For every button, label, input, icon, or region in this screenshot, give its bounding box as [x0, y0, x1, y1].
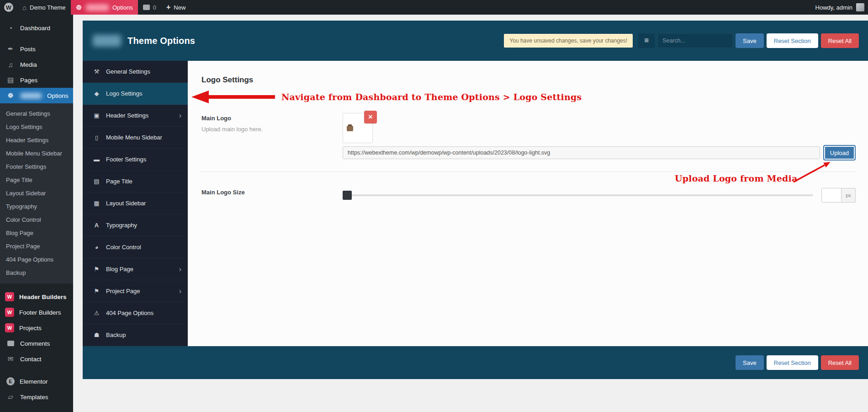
admin-bar-comments[interactable]: 0 [138, 0, 161, 15]
reset-section-button-footer[interactable]: Reset Section [767, 355, 818, 370]
panel-nav-layout-sidebar[interactable]: ▦ Layout Sidebar [83, 193, 188, 214]
remove-logo-button[interactable]: × [364, 111, 377, 123]
submenu-item-mobile-menu-sidebar[interactable]: Mobile Menu Sidebar [0, 147, 73, 160]
howdy-text: Howdy, admin [815, 4, 852, 11]
submenu-item-project-page[interactable]: Project Page [0, 240, 73, 253]
panel-nav-mobile-menu-sidebar[interactable]: ▯ Mobile Menu Sidebar [83, 127, 188, 149]
submenu-item-footer-settings[interactable]: Footer Settings [0, 160, 73, 173]
submenu-item-logo-settings[interactable]: Logo Settings [0, 120, 73, 134]
submenu-item-backup[interactable]: Backup [0, 266, 73, 279]
tools-icon: ⚒ [93, 68, 101, 75]
current-menu-pointer [69, 91, 73, 100]
panel-title: Theme Options [127, 36, 195, 46]
panel-nav-typography[interactable]: A Typography [83, 214, 188, 236]
sidebar-item-pages[interactable]: ▤ Pages [0, 72, 73, 88]
avatar [856, 3, 864, 11]
submenu-item-layout-sidebar[interactable]: Layout Sidebar [0, 187, 73, 200]
elementor-icon: E [6, 377, 15, 385]
redacted-theme-name [20, 93, 42, 99]
red-arrow-left-icon [191, 89, 276, 105]
sidebar-item-templates[interactable]: ▱ Templates [0, 389, 73, 405]
typography-icon: A [93, 222, 101, 229]
logo-size-input[interactable] [821, 188, 842, 203]
sidebar-item-elementor[interactable]: E Elementor [0, 374, 73, 389]
site-name-menu[interactable]: ⌂ Demo Theme [17, 0, 71, 15]
footer-bar-icon: ▬ [93, 156, 101, 163]
panel-nav-404-page-options[interactable]: ⚠ 404 Page Options [83, 302, 188, 324]
field-divider [199, 171, 857, 172]
home-icon: ⌂ [22, 4, 26, 11]
panel-nav-backup[interactable]: ☗ Backup [83, 324, 188, 346]
comment-bubble-icon [143, 5, 150, 10]
main-logo-label-group: Main Logo Upload main logo here. [201, 115, 332, 133]
admin-bar-new[interactable]: + New [161, 0, 191, 15]
chevron-right-icon: › [179, 287, 181, 295]
panel-nav-project-page[interactable]: ⚑ Project Page › [83, 280, 188, 302]
sidebar-item-options[interactable]: ☸ Options [0, 88, 73, 103]
sidebar-item-header-builders[interactable]: W Header Builders [0, 289, 73, 305]
w-badge-icon: W [5, 308, 14, 317]
submenu-item-blog-page[interactable]: Blog Page [0, 226, 73, 240]
media-icon: ♫ [6, 61, 15, 69]
panel-nav: ⚒ General Settings ◆ Logo Settings ▣ Hea… [83, 61, 188, 346]
submenu-item-typography[interactable]: Typography [0, 200, 73, 213]
w-badge-icon: W [5, 323, 14, 332]
theme-options-panel: Theme Options You have unsaved changes, … [83, 21, 868, 379]
submenu-item-color-control[interactable]: Color Control [0, 213, 73, 226]
admin-bar-theme-options[interactable]: ☸ Options [71, 0, 138, 15]
sidebar-item-projects[interactable]: W Projects [0, 320, 73, 336]
save-button-footer[interactable]: Save [736, 355, 764, 370]
panel-nav-page-title[interactable]: ▤ Page Title [83, 171, 188, 193]
collapse-sections-button[interactable]: ≡ [638, 33, 655, 48]
submenu-item-page-title[interactable]: Page Title [0, 173, 73, 187]
red-arrow-upright-icon [792, 158, 835, 184]
gear-icon: ☸ [76, 3, 82, 12]
pages-icon: ▤ [6, 76, 15, 84]
main-logo-size-row: Main Logo Size px [201, 188, 856, 203]
redacted-theme-logo [93, 35, 121, 47]
panel-nav-logo-settings[interactable]: ◆ Logo Settings [83, 83, 188, 105]
panel-nav-blog-page[interactable]: ⚑ Blog Page › [83, 258, 188, 280]
chevron-right-icon: › [179, 112, 181, 120]
dashboard-icon: ◔ [6, 24, 15, 32]
logo-preview-thumbnail: × [343, 113, 373, 143]
sidebar-item-media[interactable]: ♫ Media [0, 57, 73, 72]
sidebar-item-comments[interactable]: Comments [0, 336, 73, 351]
search-input[interactable] [657, 33, 733, 48]
flag-icon: ⚑ [93, 266, 101, 273]
logo-preview-image [347, 126, 353, 131]
admin-bar-options-label: Options [112, 4, 133, 11]
slider-track[interactable] [343, 194, 813, 196]
admin-bar-account[interactable]: Howdy, admin [815, 3, 868, 11]
save-button[interactable]: Save [736, 33, 764, 48]
sidebar-item-footer-builders[interactable]: W Footer Builders [0, 305, 73, 320]
panel-nav-color-control[interactable]: ◕ Color Control [83, 236, 188, 258]
annotation-navigate: Navigate from Dashboard to Theme Options… [191, 89, 582, 105]
submenu-item-header-settings[interactable]: Header Settings [0, 134, 73, 147]
slider-handle[interactable] [343, 191, 352, 200]
document-icon: ▤ [93, 178, 101, 185]
main-logo-label: Main Logo [201, 115, 332, 122]
mobile-phone-icon: ▯ [93, 134, 101, 141]
submenu-item-general-settings[interactable]: General Settings [0, 107, 73, 120]
submenu-item-404-page-options[interactable]: 404 Page Options [0, 253, 73, 266]
main-logo-description: Upload main logo here. [201, 126, 332, 133]
warning-icon: ⚠ [93, 310, 101, 316]
panel-content: Logo Settings Navigate from Dashboard to… [188, 61, 868, 346]
wordpress-menu[interactable]: W [0, 0, 17, 15]
panel-nav-header-settings[interactable]: ▣ Header Settings › [83, 105, 188, 127]
logo-size-slider[interactable] [343, 191, 813, 200]
reset-all-button-footer[interactable]: Reset All [821, 355, 859, 370]
options-submenu: General Settings Logo Settings Header Se… [0, 103, 73, 284]
logo-url-input[interactable] [343, 146, 820, 159]
panel-nav-general-settings[interactable]: ⚒ General Settings [83, 61, 188, 83]
unsaved-changes-notice: You have unsaved changes, save your chan… [504, 34, 633, 48]
sidebar-item-posts[interactable]: ✒ Posts [0, 41, 73, 57]
panel-nav-footer-settings[interactable]: ▬ Footer Settings [83, 149, 188, 171]
sidebar-item-dashboard[interactable]: ◔ Dashboard [0, 20, 73, 36]
admin-bar: W ⌂ Demo Theme ☸ Options 0 + New Howdy, … [0, 0, 868, 15]
sidebar-item-contact[interactable]: ✉ Contact [0, 351, 73, 367]
reset-all-button[interactable]: Reset All [821, 33, 859, 48]
reset-section-button[interactable]: Reset Section [767, 33, 818, 48]
palette-icon: ◕ [93, 244, 101, 251]
